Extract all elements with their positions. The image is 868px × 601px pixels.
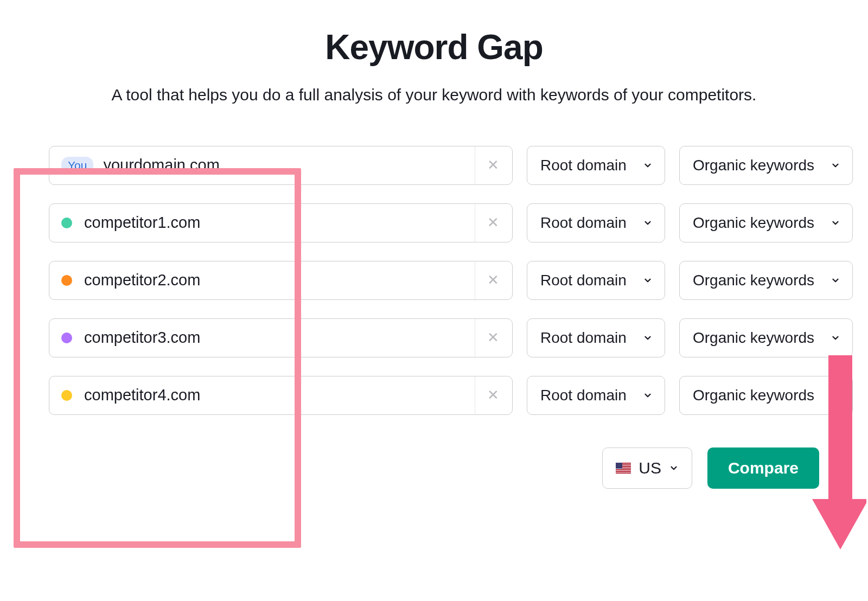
keyword-type-select[interactable]: Organic keywords <box>679 318 853 357</box>
domain-input[interactable] <box>84 329 475 347</box>
scope-select[interactable]: Root domain <box>527 146 665 185</box>
domain-row: ✕ Root domain Organic keywords <box>49 376 819 415</box>
color-dot <box>61 333 72 343</box>
chevron-down-icon <box>643 161 653 170</box>
page-subtitle: A tool that helps you do a full analysis… <box>108 82 760 108</box>
chevron-down-icon <box>831 391 840 400</box>
domain-input-box[interactable]: ✕ <box>49 376 513 415</box>
keyword-type-select[interactable]: Organic keywords <box>679 376 853 415</box>
scope-label: Root domain <box>540 214 627 232</box>
footer-actions: US Compare <box>27 447 819 489</box>
keyword-type-select[interactable]: Organic keywords <box>679 261 853 300</box>
svg-marker-1 <box>812 499 866 549</box>
scope-label: Root domain <box>540 387 627 404</box>
clear-icon[interactable]: ✕ <box>475 261 502 299</box>
country-label: US <box>639 459 661 477</box>
scope-select[interactable]: Root domain <box>527 261 665 300</box>
domain-row: ✕ Root domain Organic keywords <box>49 318 819 357</box>
you-badge: You <box>61 157 93 174</box>
domain-row: ✕ Root domain Organic keywords <box>49 261 819 300</box>
domain-input[interactable] <box>103 156 475 174</box>
chevron-down-icon <box>831 218 840 228</box>
domain-input[interactable] <box>84 271 475 289</box>
chevron-down-icon <box>831 276 840 285</box>
keyword-type-select[interactable]: Organic keywords <box>679 146 853 185</box>
chevron-down-icon <box>643 333 653 343</box>
clear-icon[interactable]: ✕ <box>475 146 502 184</box>
scope-select[interactable]: Root domain <box>527 203 665 242</box>
domain-input-box[interactable]: ✕ <box>49 261 513 300</box>
domain-input[interactable] <box>84 214 475 232</box>
scope-label: Root domain <box>540 272 627 289</box>
scope-label: Root domain <box>540 157 627 174</box>
page-title: Keyword Gap <box>27 27 841 67</box>
keyword-type-label: Organic keywords <box>693 157 814 174</box>
chevron-down-icon <box>831 333 840 343</box>
clear-icon[interactable]: ✕ <box>475 319 502 357</box>
color-dot <box>61 390 72 401</box>
color-dot <box>61 218 72 228</box>
clear-icon[interactable]: ✕ <box>475 376 502 414</box>
clear-icon[interactable]: ✕ <box>475 204 502 242</box>
keyword-type-label: Organic keywords <box>693 329 814 347</box>
keyword-type-label: Organic keywords <box>693 272 814 289</box>
domain-input-box[interactable]: You ✕ <box>49 146 513 185</box>
country-select[interactable]: US <box>602 447 692 489</box>
scope-label: Root domain <box>540 329 627 347</box>
keyword-type-label: Organic keywords <box>693 387 814 404</box>
color-dot <box>61 275 72 286</box>
domain-input-box[interactable]: ✕ <box>49 203 513 242</box>
chevron-down-icon <box>669 463 679 473</box>
keyword-type-select[interactable]: Organic keywords <box>679 203 853 242</box>
domain-row: ✕ Root domain Organic keywords <box>49 203 819 242</box>
domain-rows: You ✕ Root domain Organic keywords ✕ Roo… <box>49 146 819 415</box>
compare-button[interactable]: Compare <box>707 447 819 489</box>
keyword-type-label: Organic keywords <box>693 214 814 232</box>
scope-select[interactable]: Root domain <box>527 318 665 357</box>
us-flag-icon <box>616 463 631 474</box>
domain-row: You ✕ Root domain Organic keywords <box>49 146 819 185</box>
chevron-down-icon <box>643 276 653 285</box>
domain-input[interactable] <box>84 386 475 404</box>
chevron-down-icon <box>643 218 653 228</box>
chevron-down-icon <box>643 391 653 400</box>
chevron-down-icon <box>831 161 840 170</box>
scope-select[interactable]: Root domain <box>527 376 665 415</box>
domain-input-box[interactable]: ✕ <box>49 318 513 357</box>
